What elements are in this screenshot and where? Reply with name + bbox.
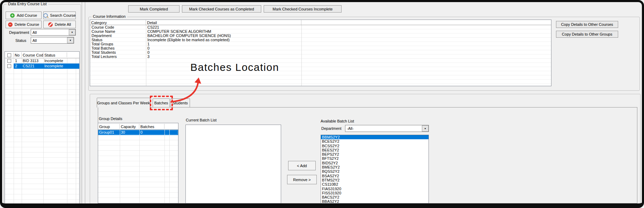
column-header-course-code[interactable]: Course Code bbox=[22, 52, 43, 57]
course-info-row: Total Batches0 bbox=[90, 46, 551, 50]
batch-list-item[interactable]: FIAS31920 bbox=[321, 187, 429, 191]
batch-list-item[interactable]: BBAS2Y2 bbox=[321, 199, 429, 203]
available-department-label: Department bbox=[321, 126, 341, 131]
tab-groups-classes[interactable]: Groups and Classes Per Week bbox=[97, 98, 150, 107]
course-information-rows: Course CodeCS221Course NameCOMPUTER SCIE… bbox=[90, 25, 551, 59]
batch-list-item[interactable]: BSAS2Y2 bbox=[321, 174, 429, 178]
cell-no: 2 bbox=[14, 64, 22, 69]
current-batch-listbox[interactable] bbox=[185, 125, 281, 203]
course-information-header: Category Detail bbox=[90, 20, 551, 25]
chevron-down-icon[interactable]: ▼ bbox=[422, 125, 429, 132]
department-filter-value: All bbox=[31, 30, 69, 35]
column-header-status[interactable]: Status bbox=[43, 52, 67, 57]
batch-list-item[interactable]: BEES2Y2 bbox=[321, 148, 429, 152]
row-checkbox[interactable] bbox=[7, 59, 11, 63]
batch-list-item[interactable]: BIDS2Y2 bbox=[321, 161, 429, 165]
group-row[interactable]: Group01300 bbox=[98, 130, 178, 135]
cell-category: Course Name bbox=[90, 29, 146, 34]
cell-category: Total Lecturers bbox=[90, 54, 146, 59]
add-course-button[interactable]: + Add Course bbox=[6, 12, 42, 19]
cell-category: Course Code bbox=[90, 25, 146, 29]
annotation-text: Batches Location bbox=[190, 61, 279, 73]
delete-course-button[interactable]: − Delete Course bbox=[6, 21, 42, 28]
course-row[interactable]: 2CS221Incomplete bbox=[5, 64, 79, 69]
cell-detail: 1 bbox=[146, 42, 551, 46]
mark-checked-completed-button[interactable]: Mark Checked Courses as Completed bbox=[182, 5, 261, 13]
add-batch-button[interactable]: < Add bbox=[288, 161, 316, 170]
column-header-capacity[interactable]: Capacity bbox=[120, 124, 139, 129]
batch-list-item[interactable]: BACS2Y2 bbox=[321, 195, 429, 199]
select-all-checkbox[interactable] bbox=[7, 53, 11, 57]
column-header-spacer bbox=[164, 126, 178, 127]
batch-list-item[interactable]: BMES2Y2 bbox=[321, 165, 429, 169]
column-header-spacer bbox=[67, 54, 79, 55]
cell-detail: 0 bbox=[146, 50, 551, 54]
course-information-body: Course CodeCS221Course NameCOMPUTER SCIE… bbox=[90, 25, 551, 86]
chevron-down-icon[interactable]: ▼ bbox=[67, 37, 74, 43]
column-header-category[interactable]: Category bbox=[90, 20, 146, 25]
course-info-row: Total Groups1 bbox=[90, 42, 551, 46]
row-checkbox-cell[interactable] bbox=[5, 64, 14, 69]
row-checkbox[interactable] bbox=[7, 64, 11, 68]
cell-detail: 3 bbox=[146, 54, 551, 59]
batch-list-item[interactable]: BBMS2Y2 bbox=[321, 135, 429, 139]
batch-list-item[interactable]: BCSS2Y2 bbox=[321, 144, 429, 148]
cell-detail: Incomplete (Eligible to be marked as com… bbox=[146, 38, 551, 42]
cell-capacity: 30 bbox=[120, 130, 139, 135]
cell-batches: 0 bbox=[139, 130, 164, 135]
available-batch-listbox[interactable]: BBMS2Y2BCES2Y2BCSS2Y2BEES2Y2BEPS2Y2BFTS2… bbox=[321, 135, 429, 203]
row-checkbox-cell[interactable] bbox=[5, 58, 14, 64]
group-details-label: Group Details bbox=[99, 117, 122, 121]
batch-list-item[interactable]: BFTS2Y2 bbox=[321, 156, 429, 161]
batch-list-item[interactable]: CS110B2 bbox=[321, 182, 429, 186]
status-filter-combobox[interactable]: All ▼ bbox=[31, 37, 74, 44]
cell-detail: COMPUTER SCIENCE ALGORITHM bbox=[146, 29, 551, 34]
search-course-label: Search Course bbox=[50, 13, 75, 17]
column-header-group[interactable]: Group bbox=[98, 124, 120, 129]
cell-no: 1 bbox=[14, 58, 22, 64]
course-row[interactable]: 1BID 3113Incomplete bbox=[5, 58, 79, 64]
mark-checked-incomplete-button[interactable]: Mark Checked Courses Incomplete bbox=[264, 5, 342, 13]
group-details-rows: Group01300 bbox=[98, 130, 178, 135]
batch-list-item[interactable]: BCES2Y2 bbox=[321, 139, 429, 143]
available-department-combobox[interactable]: -All- ▼ bbox=[345, 125, 429, 132]
app-window: { "toolbar": { "buttons": ["Mark Complet… bbox=[0, 0, 644, 208]
delete-icon: − bbox=[8, 22, 13, 27]
course-list-panel-title: Data Entry Course List bbox=[7, 2, 48, 6]
batch-list-item[interactable]: BTMS2Y2 bbox=[321, 178, 429, 182]
column-header-detail[interactable]: Detail bbox=[146, 20, 301, 25]
chevron-down-icon[interactable]: ▼ bbox=[69, 29, 75, 35]
cell-course-code: CS221 bbox=[22, 64, 43, 69]
group-details-header: Group Capacity Batches bbox=[98, 123, 178, 130]
remove-batch-button[interactable]: Remove > bbox=[287, 175, 317, 184]
cell-course-code: BID 3113 bbox=[22, 58, 43, 64]
copy-details-groups-button[interactable]: Copy Details to Other Groups bbox=[556, 31, 618, 38]
copy-details-courses-button[interactable]: Copy Details to Other Courses bbox=[556, 21, 618, 28]
course-info-row: Total Lecturers3 bbox=[90, 54, 551, 59]
column-header-batches[interactable]: Batches bbox=[139, 124, 164, 129]
add-icon: + bbox=[10, 13, 15, 18]
available-batch-list-label: Available Batch List bbox=[321, 119, 354, 123]
cell-detail: 0 bbox=[146, 46, 551, 50]
course-information-title: Course Information bbox=[92, 14, 127, 18]
cell-category: Department bbox=[90, 34, 146, 38]
course-info-row: Total Students0 bbox=[90, 50, 551, 54]
batch-list-item[interactable]: BEPS2Y2 bbox=[321, 152, 429, 156]
search-course-button[interactable]: Search Course bbox=[43, 12, 76, 19]
search-icon bbox=[43, 13, 48, 18]
cell-status: Incomplete bbox=[43, 58, 67, 64]
department-filter-label: Department bbox=[9, 30, 29, 35]
annotation-arrow bbox=[162, 74, 208, 105]
status-filter-value: All bbox=[31, 38, 67, 43]
cell-group: Group01 bbox=[98, 130, 120, 135]
panel-splitter[interactable] bbox=[82, 2, 85, 203]
available-department-value: -All- bbox=[345, 126, 422, 131]
department-filter-combobox[interactable]: All ▼ bbox=[31, 29, 76, 36]
batch-list-item[interactable]: FISS31920 bbox=[321, 191, 429, 195]
batch-list-item[interactable]: BQSS2Y2 bbox=[321, 169, 429, 173]
column-header-no[interactable]: No bbox=[14, 52, 22, 57]
mark-completed-button[interactable]: Mark Completed bbox=[128, 5, 180, 13]
delete-all-button[interactable]: Delete All bbox=[43, 21, 76, 28]
row-selection-fill bbox=[67, 64, 79, 69]
select-all-checkbox-cell[interactable] bbox=[5, 53, 14, 57]
